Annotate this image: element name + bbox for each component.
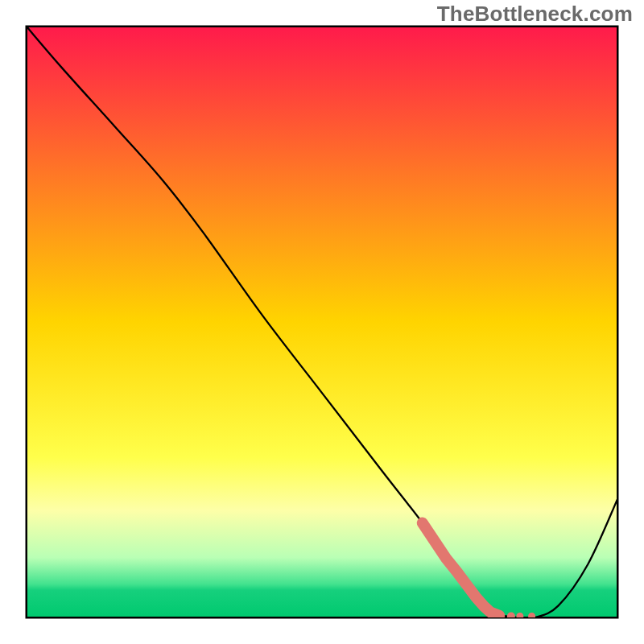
bottleneck-dot	[528, 613, 535, 620]
bottleneck-dot	[516, 613, 523, 620]
watermark-text: TheBottleneck.com	[437, 2, 633, 27]
bottleneck-dot	[418, 518, 427, 528]
chart-container: { "watermark": "TheBottleneck.com", "cha…	[0, 0, 644, 644]
plot-background	[27, 27, 617, 617]
bottleneck-dot	[494, 611, 504, 621]
bottleneck-dot	[507, 613, 515, 621]
chart-svg	[0, 0, 644, 644]
